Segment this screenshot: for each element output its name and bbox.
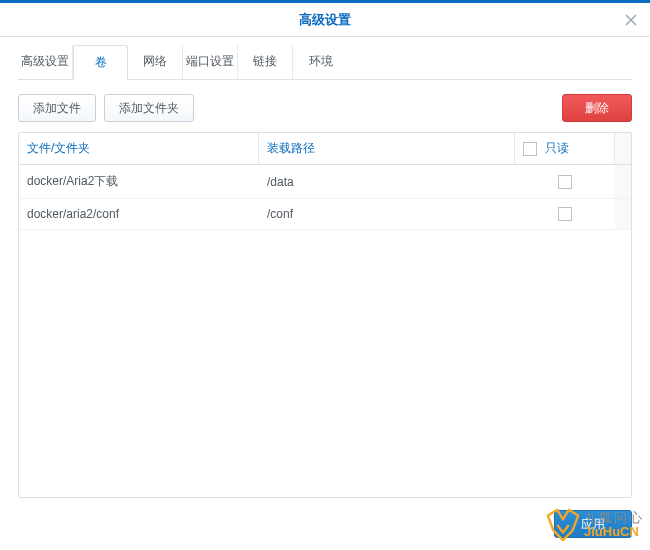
tab-label: 端口设置 [186, 54, 234, 68]
col-header-readonly-label: 只读 [545, 140, 569, 157]
tab-advanced[interactable]: 高级设置 [18, 45, 73, 79]
col-header-spacer [615, 133, 631, 164]
tab-label: 链接 [253, 54, 277, 68]
cell-spacer [615, 199, 631, 229]
tab-label: 卷 [95, 55, 107, 69]
col-header-path[interactable]: 装载路径 [259, 133, 515, 164]
row-readonly-checkbox[interactable] [558, 207, 572, 221]
close-icon[interactable] [622, 11, 640, 29]
add-folder-button[interactable]: 添加文件夹 [104, 94, 194, 122]
tab-link[interactable]: 链接 [238, 45, 293, 79]
tab-label: 环境 [309, 54, 333, 68]
cell-path: /conf [259, 199, 515, 229]
titlebar: 高级设置 [0, 3, 650, 37]
tab-label: 网络 [143, 54, 167, 68]
table-body: docker/Aria2下载 /data docker/aria2/conf /… [19, 165, 631, 230]
table-row[interactable]: docker/Aria2下载 /data [19, 165, 631, 199]
apply-button[interactable]: 应用 [554, 510, 632, 538]
cell-readonly [515, 199, 615, 229]
cell-spacer [615, 165, 631, 198]
col-header-readonly[interactable]: 只读 [515, 133, 615, 164]
cell-readonly [515, 165, 615, 198]
tab-label: 高级设置 [21, 54, 69, 68]
volume-table: 文件/文件夹 装载路径 只读 docker/Aria2下载 /data [18, 132, 632, 498]
row-readonly-checkbox[interactable] [558, 175, 572, 189]
header-readonly-checkbox[interactable] [523, 142, 537, 156]
tab-volume[interactable]: 卷 [73, 45, 128, 80]
cell-file: docker/aria2/conf [19, 199, 259, 229]
dialog-footer: 应用 [0, 498, 650, 550]
tab-network[interactable]: 网络 [128, 45, 183, 79]
tab-bar: 高级设置 卷 网络 端口设置 链接 环境 [18, 45, 632, 80]
delete-button[interactable]: 删除 [562, 94, 632, 122]
table-row[interactable]: docker/aria2/conf /conf [19, 199, 631, 230]
dialog: 高级设置 高级设置 卷 网络 端口设置 链接 环境 添加文件 添加文件夹 删除 … [0, 0, 650, 550]
cell-path: /data [259, 165, 515, 198]
tab-env[interactable]: 环境 [293, 45, 348, 79]
col-header-file[interactable]: 文件/文件夹 [19, 133, 259, 164]
add-file-button[interactable]: 添加文件 [18, 94, 96, 122]
dialog-title: 高级设置 [299, 11, 351, 29]
tab-port[interactable]: 端口设置 [183, 45, 238, 79]
table-header: 文件/文件夹 装载路径 只读 [19, 133, 631, 165]
toolbar: 添加文件 添加文件夹 删除 [18, 94, 632, 122]
cell-file: docker/Aria2下载 [19, 165, 259, 198]
content-area: 高级设置 卷 网络 端口设置 链接 环境 添加文件 添加文件夹 删除 文件/文件… [0, 37, 650, 498]
